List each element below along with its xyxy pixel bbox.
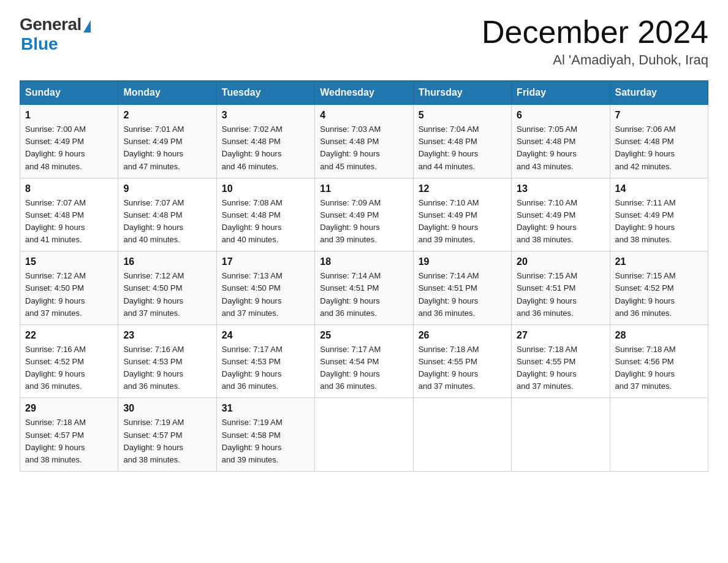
weekday-header-tuesday: Tuesday (216, 81, 314, 105)
calendar-cell: 29 Sunrise: 7:18 AMSunset: 4:57 PMDaylig… (20, 398, 118, 472)
calendar-week-4: 22 Sunrise: 7:16 AMSunset: 4:52 PMDaylig… (20, 324, 708, 398)
day-info: Sunrise: 7:14 AMSunset: 4:51 PMDaylight:… (320, 270, 408, 320)
calendar-cell: 2 Sunrise: 7:01 AMSunset: 4:49 PMDayligh… (118, 105, 216, 178)
weekday-header-sunday: Sunday (20, 81, 118, 105)
day-info: Sunrise: 7:06 AMSunset: 4:48 PMDaylight:… (615, 123, 703, 173)
calendar-cell: 19 Sunrise: 7:14 AMSunset: 4:51 PMDaylig… (413, 251, 511, 325)
calendar-cell: 20 Sunrise: 7:15 AMSunset: 4:51 PMDaylig… (512, 251, 610, 325)
day-info: Sunrise: 7:19 AMSunset: 4:58 PMDaylight:… (222, 416, 309, 466)
day-info: Sunrise: 7:02 AMSunset: 4:48 PMDaylight:… (222, 123, 309, 173)
calendar-cell (315, 398, 413, 472)
day-number: 10 (222, 183, 309, 194)
calendar-cell: 30 Sunrise: 7:19 AMSunset: 4:57 PMDaylig… (118, 398, 216, 472)
calendar-cell: 15 Sunrise: 7:12 AMSunset: 4:50 PMDaylig… (20, 251, 118, 325)
day-number: 5 (419, 110, 506, 121)
day-number: 12 (419, 183, 506, 194)
calendar-cell: 23 Sunrise: 7:16 AMSunset: 4:53 PMDaylig… (118, 324, 216, 398)
day-info: Sunrise: 7:19 AMSunset: 4:57 PMDaylight:… (123, 416, 211, 466)
day-number: 22 (25, 330, 113, 341)
location-title: Al 'Amadiyah, Duhok, Iraq (482, 52, 708, 68)
calendar-cell: 3 Sunrise: 7:02 AMSunset: 4:48 PMDayligh… (216, 105, 314, 178)
day-number: 15 (25, 256, 113, 267)
weekday-header-thursday: Thursday (413, 81, 511, 105)
day-info: Sunrise: 7:10 AMSunset: 4:49 PMDaylight:… (419, 197, 506, 247)
day-number: 8 (25, 183, 113, 194)
calendar-cell: 8 Sunrise: 7:07 AMSunset: 4:48 PMDayligh… (20, 178, 118, 251)
day-number: 21 (615, 256, 703, 267)
calendar-cell: 27 Sunrise: 7:18 AMSunset: 4:55 PMDaylig… (512, 324, 610, 398)
calendar-cell (512, 398, 610, 472)
day-info: Sunrise: 7:18 AMSunset: 4:56 PMDaylight:… (615, 343, 703, 393)
calendar-week-2: 8 Sunrise: 7:07 AMSunset: 4:48 PMDayligh… (20, 178, 708, 251)
weekday-header-friday: Friday (512, 81, 610, 105)
calendar-cell (610, 398, 708, 472)
calendar-cell: 24 Sunrise: 7:17 AMSunset: 4:53 PMDaylig… (216, 324, 314, 398)
calendar-cell: 5 Sunrise: 7:04 AMSunset: 4:48 PMDayligh… (413, 105, 511, 178)
day-number: 25 (320, 330, 408, 341)
weekday-header-wednesday: Wednesday (315, 81, 413, 105)
day-info: Sunrise: 7:03 AMSunset: 4:48 PMDaylight:… (320, 123, 408, 173)
day-info: Sunrise: 7:18 AMSunset: 4:57 PMDaylight:… (25, 416, 113, 466)
day-info: Sunrise: 7:17 AMSunset: 4:54 PMDaylight:… (320, 343, 408, 393)
calendar-week-5: 29 Sunrise: 7:18 AMSunset: 4:57 PMDaylig… (20, 398, 708, 472)
calendar-cell: 14 Sunrise: 7:11 AMSunset: 4:49 PMDaylig… (610, 178, 708, 251)
day-number: 29 (25, 403, 113, 414)
weekday-header-monday: Monday (118, 81, 216, 105)
day-number: 20 (517, 256, 604, 267)
day-info: Sunrise: 7:07 AMSunset: 4:48 PMDaylight:… (25, 197, 113, 247)
calendar-cell: 16 Sunrise: 7:12 AMSunset: 4:50 PMDaylig… (118, 251, 216, 325)
day-number: 30 (123, 403, 211, 414)
calendar-cell: 12 Sunrise: 7:10 AMSunset: 4:49 PMDaylig… (413, 178, 511, 251)
calendar-cell: 31 Sunrise: 7:19 AMSunset: 4:58 PMDaylig… (216, 398, 314, 472)
calendar-cell: 7 Sunrise: 7:06 AMSunset: 4:48 PMDayligh… (610, 105, 708, 178)
calendar-cell: 25 Sunrise: 7:17 AMSunset: 4:54 PMDaylig… (315, 324, 413, 398)
day-info: Sunrise: 7:05 AMSunset: 4:48 PMDaylight:… (517, 123, 604, 173)
day-number: 4 (320, 110, 408, 121)
day-number: 26 (419, 330, 506, 341)
calendar-cell: 18 Sunrise: 7:14 AMSunset: 4:51 PMDaylig… (315, 251, 413, 325)
day-number: 24 (222, 330, 309, 341)
day-info: Sunrise: 7:17 AMSunset: 4:53 PMDaylight:… (222, 343, 309, 393)
day-number: 1 (25, 110, 113, 121)
calendar-cell: 13 Sunrise: 7:10 AMSunset: 4:49 PMDaylig… (512, 178, 610, 251)
day-info: Sunrise: 7:13 AMSunset: 4:50 PMDaylight:… (222, 270, 309, 320)
month-title: December 2024 (482, 15, 708, 50)
calendar-cell: 1 Sunrise: 7:00 AMSunset: 4:49 PMDayligh… (20, 105, 118, 178)
weekday-header-row: SundayMondayTuesdayWednesdayThursdayFrid… (20, 81, 708, 105)
logo-blue-text: Blue (21, 34, 58, 54)
calendar-cell: 9 Sunrise: 7:07 AMSunset: 4:48 PMDayligh… (118, 178, 216, 251)
day-number: 27 (517, 330, 604, 341)
calendar-cell: 11 Sunrise: 7:09 AMSunset: 4:49 PMDaylig… (315, 178, 413, 251)
weekday-header-saturday: Saturday (610, 81, 708, 105)
day-info: Sunrise: 7:16 AMSunset: 4:52 PMDaylight:… (25, 343, 113, 393)
day-info: Sunrise: 7:07 AMSunset: 4:48 PMDaylight:… (123, 197, 211, 247)
day-info: Sunrise: 7:12 AMSunset: 4:50 PMDaylight:… (25, 270, 113, 320)
calendar-cell: 4 Sunrise: 7:03 AMSunset: 4:48 PMDayligh… (315, 105, 413, 178)
day-number: 19 (419, 256, 506, 267)
logo-triangle-icon (83, 20, 91, 33)
logo-general-text: General (20, 15, 82, 34)
calendar-cell (413, 398, 511, 472)
day-info: Sunrise: 7:14 AMSunset: 4:51 PMDaylight:… (419, 270, 506, 320)
day-info: Sunrise: 7:12 AMSunset: 4:50 PMDaylight:… (123, 270, 211, 320)
logo: General Blue (20, 15, 91, 54)
day-info: Sunrise: 7:15 AMSunset: 4:52 PMDaylight:… (615, 270, 703, 320)
calendar-cell: 6 Sunrise: 7:05 AMSunset: 4:48 PMDayligh… (512, 105, 610, 178)
calendar-cell: 10 Sunrise: 7:08 AMSunset: 4:48 PMDaylig… (216, 178, 314, 251)
day-number: 3 (222, 110, 309, 121)
day-info: Sunrise: 7:08 AMSunset: 4:48 PMDaylight:… (222, 197, 309, 247)
day-info: Sunrise: 7:18 AMSunset: 4:55 PMDaylight:… (419, 343, 506, 393)
calendar-cell: 17 Sunrise: 7:13 AMSunset: 4:50 PMDaylig… (216, 251, 314, 325)
calendar-cell: 22 Sunrise: 7:16 AMSunset: 4:52 PMDaylig… (20, 324, 118, 398)
day-info: Sunrise: 7:00 AMSunset: 4:49 PMDaylight:… (25, 123, 113, 173)
day-info: Sunrise: 7:15 AMSunset: 4:51 PMDaylight:… (517, 270, 604, 320)
day-number: 13 (517, 183, 604, 194)
day-number: 17 (222, 256, 309, 267)
day-number: 9 (123, 183, 211, 194)
calendar-week-3: 15 Sunrise: 7:12 AMSunset: 4:50 PMDaylig… (20, 251, 708, 325)
day-info: Sunrise: 7:01 AMSunset: 4:49 PMDaylight:… (123, 123, 211, 173)
day-number: 31 (222, 403, 309, 414)
day-info: Sunrise: 7:11 AMSunset: 4:49 PMDaylight:… (615, 197, 703, 247)
calendar-week-1: 1 Sunrise: 7:00 AMSunset: 4:49 PMDayligh… (20, 105, 708, 178)
calendar-cell: 21 Sunrise: 7:15 AMSunset: 4:52 PMDaylig… (610, 251, 708, 325)
